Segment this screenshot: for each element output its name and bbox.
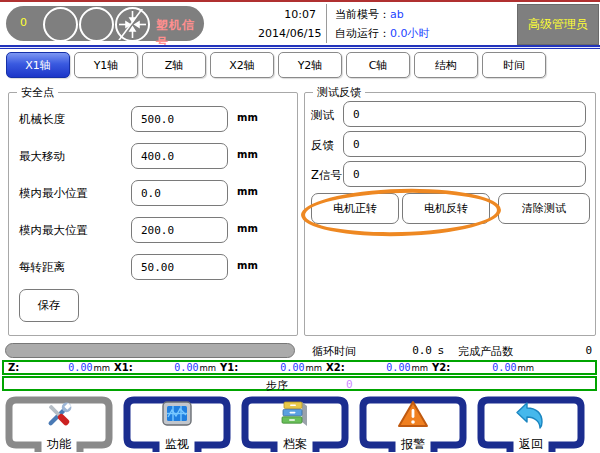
x2-position: X2: 0.00 mm: [322, 362, 428, 373]
motor-reverse-button[interactable]: 电机反转: [402, 193, 490, 224]
header-info: 当前模号：ab 自动运行：0.0小时: [335, 5, 430, 43]
y1-position: Y1: 0.00 mm: [216, 362, 322, 373]
max-travel-field[interactable]: 400.0: [131, 143, 228, 169]
x1-axis-unit: mm: [199, 363, 216, 373]
max-travel-unit: mm: [237, 149, 258, 160]
mold-max-pos-label: 模内最大位置: [19, 223, 88, 238]
machine-length-unit: mm: [237, 112, 258, 123]
bottom-nav-bar: 功能 监视: [0, 393, 600, 453]
nav-label: 监视: [120, 436, 234, 453]
monitor-icon: [161, 400, 193, 432]
header-divider: [326, 4, 327, 43]
mold-max-pos-field[interactable]: 200.0: [131, 217, 228, 243]
z-axis-label: Z:: [8, 362, 19, 373]
tab-time[interactable]: 时间: [482, 52, 546, 78]
return-icon: [515, 400, 547, 434]
machine-signal-button[interactable]: 0 塑机信号: [6, 6, 204, 41]
signal-lamp-icon: [43, 7, 78, 42]
hmi-screen: 0 塑机信号 10:07 2014/06/15: [0, 0, 600, 453]
dist-per-rev-field[interactable]: 50.00: [131, 254, 228, 280]
axis-position-row: Z: 0.00 mm X1: 0.00 mm Y1: 0.00 mm X2: 0…: [2, 360, 597, 375]
cycle-time-unit: s: [438, 344, 444, 357]
mold-max-pos-unit: mm: [237, 223, 258, 234]
step-sequence-row: 步序 0: [2, 376, 597, 391]
nav-label: 功能: [2, 436, 116, 453]
return-button[interactable]: 返回: [474, 394, 588, 453]
signal-lamp-icon: [79, 7, 114, 42]
product-count-value: 0: [585, 344, 592, 357]
mold-value: ab: [390, 8, 404, 21]
y1-axis-label: Y1:: [220, 362, 238, 373]
autorun-label: 自动运行：: [335, 27, 390, 40]
archive-icon: [280, 400, 310, 432]
cycle-time-value: 0.0: [400, 344, 432, 357]
test-panel-title: 测试反馈: [313, 85, 365, 100]
tab-x1-axis[interactable]: X1轴: [6, 52, 70, 78]
test-field[interactable]: 0: [343, 101, 586, 127]
progress-bar: [5, 343, 295, 358]
z-axis-value: 0.00: [19, 362, 92, 373]
tab-y2-axis[interactable]: Y2轴: [278, 52, 342, 78]
tools-icon: [44, 400, 74, 434]
feedback-field[interactable]: 0: [343, 131, 586, 157]
archive-button[interactable]: 档案: [238, 394, 352, 453]
machine-length-label: 机械长度: [19, 112, 65, 127]
axis-tab-bar: X1轴 Y1轴 Z轴 X2轴 Y2轴 C轴 结构 时间: [0, 52, 600, 78]
x2-axis-label: X2:: [326, 362, 345, 373]
machine-length-field[interactable]: 500.0: [131, 106, 228, 132]
tab-y1-axis[interactable]: Y1轴: [74, 52, 138, 78]
alarm-icon: [397, 400, 429, 433]
step-label: 步序: [266, 378, 288, 393]
user-level-button[interactable]: 高级管理员: [517, 4, 599, 45]
mold-min-pos-label: 模内最小位置: [19, 186, 88, 201]
signal-count: 0: [20, 16, 27, 29]
save-button[interactable]: 保存: [19, 289, 79, 322]
x1-position: X1: 0.00 mm: [110, 362, 216, 373]
z-position: Z: 0.00 mm: [4, 362, 110, 373]
tab-structure[interactable]: 结构: [414, 52, 478, 78]
z-signal-label: Z信号: [311, 168, 342, 183]
y2-axis-value: 0.00: [450, 362, 516, 373]
x2-axis-value: 0.00: [345, 362, 411, 373]
autorun-value: 0.0小时: [390, 27, 430, 40]
header-separator: [0, 45, 600, 49]
z-axis-unit: mm: [93, 363, 110, 373]
y2-position: Y2: 0.00 mm: [428, 362, 534, 373]
test-feedback-panel: 测试反馈 测试 0 反馈 0 Z信号 0 电机正转 电机反转 清除测试: [304, 92, 596, 336]
clear-test-button[interactable]: 清除测试: [498, 193, 590, 224]
tab-c-axis[interactable]: C轴: [346, 52, 410, 78]
mold-min-pos-field[interactable]: 0.0: [131, 180, 228, 206]
x2-axis-unit: mm: [411, 363, 428, 373]
alarm-button[interactable]: 报警: [356, 394, 470, 453]
motor-forward-button[interactable]: 电机正转: [311, 193, 399, 224]
tab-z-axis[interactable]: Z轴: [142, 52, 206, 78]
mold-min-pos-unit: mm: [237, 186, 258, 197]
dist-per-rev-unit: mm: [237, 260, 258, 271]
cycle-time-label: 循环时间: [312, 344, 356, 359]
safety-panel-title: 安全点: [17, 85, 58, 100]
safety-point-panel: 安全点 机械长度 500.0 mm 最大移动 400.0 mm 模内最小位置 0…: [8, 92, 298, 336]
max-travel-label: 最大移动: [19, 149, 65, 164]
test-label: 测试: [311, 108, 334, 123]
time-text: 10:07: [258, 5, 316, 24]
y1-axis-unit: mm: [305, 363, 322, 373]
x1-axis-value: 0.00: [133, 362, 199, 373]
header-bar: 0 塑机信号 10:07 2014/06/15: [0, 2, 600, 45]
tab-x2-axis[interactable]: X2轴: [210, 52, 274, 78]
nav-label: 报警: [356, 436, 470, 453]
nav-label: 档案: [238, 436, 352, 453]
function-button[interactable]: 功能: [2, 394, 116, 453]
nav-label: 返回: [474, 436, 588, 453]
monitor-button[interactable]: 监视: [120, 394, 234, 453]
y2-axis-label: Y2:: [432, 362, 450, 373]
y2-axis-unit: mm: [517, 363, 534, 373]
product-count-label: 完成产品数: [458, 344, 513, 359]
x1-axis-label: X1:: [114, 362, 133, 373]
mold-label: 当前模号：: [335, 8, 390, 21]
dist-per-rev-label: 每转距离: [19, 260, 65, 275]
y1-axis-value: 0.00: [238, 362, 304, 373]
clock: 10:07 2014/06/15: [258, 5, 316, 43]
z-signal-field[interactable]: 0: [343, 161, 586, 187]
date-text: 2014/06/15: [258, 24, 316, 43]
feedback-label: 反馈: [311, 138, 334, 153]
